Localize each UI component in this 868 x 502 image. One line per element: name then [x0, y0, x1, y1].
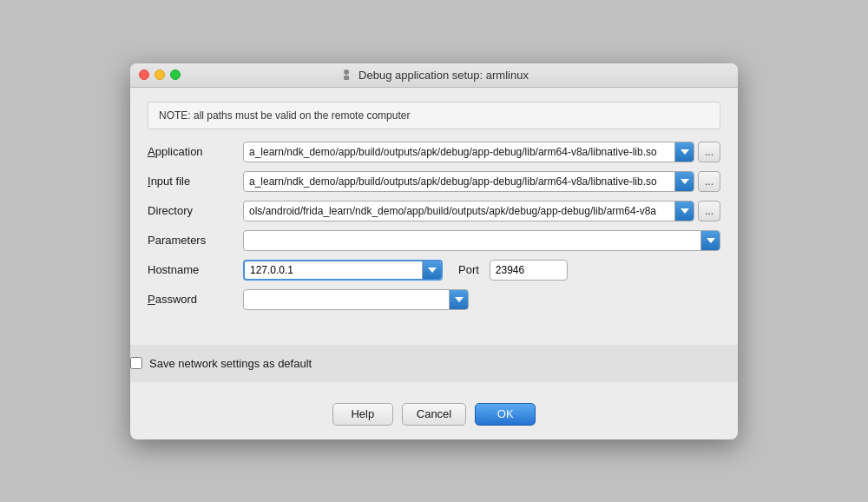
parameters-combo: [243, 230, 720, 251]
chevron-down-icon: [681, 148, 689, 156]
save-checkbox-row: Save network settings as default: [130, 357, 738, 370]
titlebar-title: Debug application setup: armlinux: [339, 68, 529, 82]
application-label: Application: [148, 145, 243, 158]
parameters-input-group: [243, 230, 720, 251]
application-browse-btn[interactable]: ...: [698, 142, 720, 162]
input-file-row: Input file ...: [148, 171, 720, 192]
cancel-button[interactable]: Cancel: [402, 403, 466, 426]
directory-input-group: ...: [243, 201, 720, 221]
hostname-row: Hostname Port: [148, 260, 720, 281]
input-file-label: Input file: [148, 175, 243, 188]
parameters-input[interactable]: [244, 231, 700, 250]
parameters-row: Parameters: [148, 230, 720, 251]
save-network-section: Save network settings as default: [130, 345, 738, 382]
password-dropdown-btn[interactable]: [449, 290, 468, 309]
traffic-lights: [139, 69, 181, 80]
chevron-down-icon: [681, 207, 689, 215]
port-label: Port: [458, 263, 479, 276]
directory-combo: [243, 201, 694, 221]
input-file-combo: [243, 171, 694, 192]
hostname-combo: [243, 260, 443, 281]
hostname-label: Hostname: [148, 263, 243, 276]
hostname-input-wrap: Port: [243, 260, 568, 281]
note-bar: NOTE: all paths must be valid on the rem…: [148, 102, 720, 129]
ok-button[interactable]: OK: [475, 403, 536, 426]
application-combo: [243, 142, 694, 162]
application-dropdown-btn[interactable]: [674, 142, 694, 162]
application-input[interactable]: [244, 142, 674, 162]
dialog-footer: Help Cancel OK: [130, 391, 738, 439]
maximize-button[interactable]: [170, 69, 181, 80]
input-file-input[interactable]: [244, 172, 674, 191]
titlebar: Debug application setup: armlinux: [130, 63, 738, 88]
chevron-down-icon: [707, 236, 715, 245]
input-file-input-group: ...: [243, 171, 720, 192]
directory-label: Directory: [148, 204, 243, 217]
chevron-down-icon: [428, 266, 437, 274]
close-button[interactable]: [139, 69, 149, 80]
note-text: NOTE: all paths must be valid on the rem…: [159, 109, 410, 122]
password-input-group: [243, 289, 720, 310]
dialog-window: Debug application setup: armlinux NOTE: …: [130, 63, 738, 439]
chevron-down-icon: [681, 177, 689, 186]
port-input[interactable]: [490, 261, 568, 280]
password-combo: [243, 289, 469, 310]
parameters-dropdown-btn[interactable]: [700, 231, 720, 250]
hostname-input[interactable]: [245, 261, 422, 279]
password-label: Password: [148, 293, 243, 306]
minimize-button[interactable]: [155, 69, 165, 80]
application-input-group: ...: [243, 142, 720, 162]
application-row: Application ...: [148, 142, 720, 162]
directory-dropdown-btn[interactable]: [674, 201, 694, 221]
password-row: Password: [148, 289, 720, 310]
hostname-dropdown-btn[interactable]: [422, 261, 441, 279]
password-input[interactable]: [244, 290, 449, 309]
chevron-down-icon: [455, 295, 464, 304]
help-button[interactable]: Help: [332, 403, 393, 426]
save-network-label[interactable]: Save network settings as default: [149, 357, 312, 370]
input-file-dropdown-btn[interactable]: [674, 172, 694, 191]
parameters-label: Parameters: [148, 234, 243, 247]
directory-input[interactable]: [244, 201, 674, 221]
directory-browse-btn[interactable]: ...: [698, 201, 720, 221]
svg-rect-1: [344, 76, 349, 80]
svg-point-0: [344, 69, 349, 75]
title-text: Debug application setup: armlinux: [358, 69, 529, 82]
save-network-checkbox[interactable]: [130, 357, 142, 369]
port-combo: [490, 260, 568, 281]
form-content: NOTE: all paths must be valid on the rem…: [130, 88, 738, 336]
debug-icon: [339, 68, 353, 82]
input-file-browse-btn[interactable]: ...: [698, 171, 720, 192]
directory-row: Directory ...: [148, 201, 720, 221]
